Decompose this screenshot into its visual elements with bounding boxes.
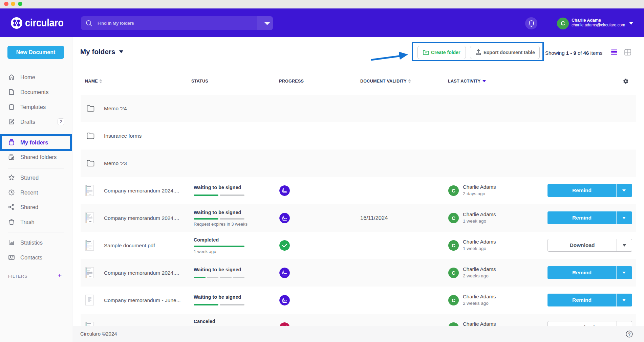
svg-text:?: ? bbox=[628, 332, 631, 337]
